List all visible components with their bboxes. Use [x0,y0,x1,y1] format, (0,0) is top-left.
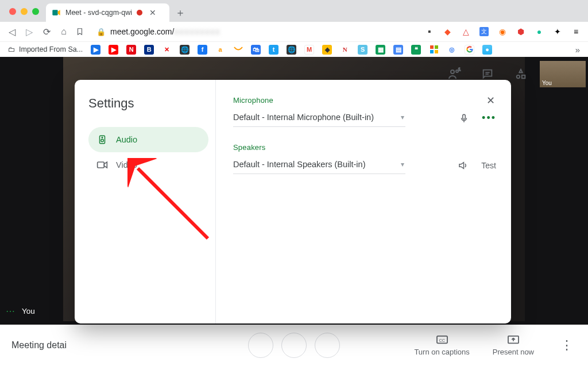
video-icon [96,160,108,169]
forward-button[interactable]: ▷ [24,26,34,37]
close-window-button[interactable] [9,8,16,15]
minimize-window-button[interactable] [21,8,28,15]
settings-nav-video[interactable]: Video [88,152,208,178]
amazon-smile-icon[interactable] [233,45,243,55]
microphone-icon[interactable] [459,113,469,124]
bookmark-icon[interactable]: 🌐 [287,45,296,55]
svg-rect-2 [435,45,438,49]
svg-rect-1 [430,45,434,49]
mic-level-icon: ••• [482,112,496,124]
nav-audio-label: Audio [116,135,137,144]
amazon-icon[interactable]: a [215,45,225,55]
bookmark-button[interactable] [76,28,86,36]
lock-icon: 🔒 [96,28,106,36]
svg-point-18 [102,137,103,138]
speakers-test-button[interactable]: Test [481,161,496,170]
bookmark-icon[interactable]: S [358,45,368,55]
bookmark-icon[interactable]: N [340,45,350,55]
camera-icon[interactable]: ▪️ [424,26,434,37]
meet-favicon-icon [52,8,61,17]
settings-nav-audio[interactable]: Audio [88,127,208,152]
chrome-icon[interactable]: ◎ [447,45,457,55]
url-text: meet.google.com/ [110,27,174,36]
google-icon[interactable] [465,45,474,55]
chevron-down-icon: ▾ [401,160,404,168]
menu-icon[interactable]: ≡ [571,26,581,37]
settings-dialog: Settings Audio Video ✕ Microphone Defaul… [75,80,511,323]
bookmark-icon[interactable]: 🌐 [180,45,189,55]
dialog-close-button[interactable]: ✕ [482,93,498,109]
svg-rect-3 [430,50,434,53]
ext-icon[interactable]: ⬢ [516,26,526,37]
keep-icon[interactable]: ◆ [322,45,332,55]
brave-icon[interactable]: ◆ [442,26,452,37]
window-controls [9,8,39,15]
speakers-value: Default - Internal Speakers (Built-in) [233,160,366,169]
tab-title: Meet - svd-cqgm-qwi [65,9,132,17]
svg-rect-19 [98,162,105,168]
bookmark-icon[interactable]: B [144,45,154,55]
settings-nav: Settings Audio Video [75,80,216,323]
translate-icon[interactable]: 文 [479,26,489,37]
svg-point-17 [101,139,104,142]
extension-icons: ▪️ ◆ △ 文 ◉ ⬢ ● ✦ ≡ [424,26,581,37]
microphone-select[interactable]: Default - Internal Microphone (Built-in)… [233,109,405,127]
ext-icon[interactable]: ◉ [497,26,508,37]
settings-content: ✕ Microphone Default - Internal Micropho… [216,80,511,323]
speakers-label: Speakers [233,143,496,152]
back-button[interactable]: ◁ [7,26,17,37]
folder-icon: 🗀 [8,45,16,53]
bookmarks-overflow-button[interactable]: » [575,45,580,55]
recording-indicator-icon [137,10,142,16]
url-blurred: xxxxxxxxx [174,27,220,36]
grammarly-icon[interactable]: ● [534,26,544,37]
svg-rect-0 [52,10,57,15]
browser-toolbar: ◁ ▷ ⟳ ⌂ 🔒 meet.google.com/xxxxxxxxx ▪️ ◆… [0,22,588,41]
microphone-value: Default - Internal Microphone (Built-in) [233,113,374,122]
bookmark-icon[interactable]: ● [482,45,492,55]
tab-strip: Meet - svd-cqgm-qwi ✕ ＋ [46,3,185,22]
maximize-window-button[interactable] [32,8,39,15]
settings-title: Settings [88,96,208,111]
address-bar[interactable]: 🔒 meet.google.com/xxxxxxxxx [96,27,220,36]
microphone-label: Microphone [233,96,496,105]
browser-tab[interactable]: Meet - svd-cqgm-qwi ✕ [46,3,169,22]
nav-video-label: Video [116,160,137,169]
bookmarks-bar: 🗀 Imported From Sa... ▶ ▶ N B ✕ 🌐 f a 🛍 … [0,41,588,57]
volume-icon [457,160,469,171]
new-tab-button[interactable]: ＋ [175,6,185,20]
facebook-icon[interactable]: f [198,45,207,55]
svg-rect-20 [463,114,466,119]
bookmark-icon[interactable]: ▶ [91,45,100,55]
microsoft-icon[interactable] [429,45,439,55]
triangle-icon[interactable]: △ [461,26,471,37]
reload-button[interactable]: ⟳ [41,26,52,37]
bookmark-folder[interactable]: 🗀 Imported From Sa... [8,45,83,53]
bookmark-icon[interactable]: ✕ [162,45,172,55]
meet-canvas: 1 You ⋯ You Meeting detai CC Turn on cap… [0,57,588,366]
chevron-down-icon: ▾ [401,113,404,121]
docs-icon[interactable]: ▤ [393,45,403,55]
youtube-icon[interactable]: ▶ [109,45,118,55]
speakers-select[interactable]: Default - Internal Speakers (Built-in) ▾ [233,156,405,174]
gmail-icon[interactable]: M [304,45,314,55]
flipkart-icon[interactable]: 🛍 [251,45,261,55]
hangouts-icon[interactable]: ❝ [411,45,421,55]
speaker-icon [96,134,108,145]
folder-label: Imported From Sa... [19,45,83,53]
svg-rect-4 [435,50,438,53]
extensions-icon[interactable]: ✦ [552,26,563,37]
netflix-icon[interactable]: N [126,45,136,55]
twitter-icon[interactable]: t [269,45,278,55]
sheets-icon[interactable]: ▦ [376,45,385,55]
browser-chrome: Meet - svd-cqgm-qwi ✕ ＋ ◁ ▷ ⟳ ⌂ 🔒 meet.g… [0,0,588,57]
tab-close-button[interactable]: ✕ [149,8,156,17]
home-button[interactable]: ⌂ [59,26,69,37]
